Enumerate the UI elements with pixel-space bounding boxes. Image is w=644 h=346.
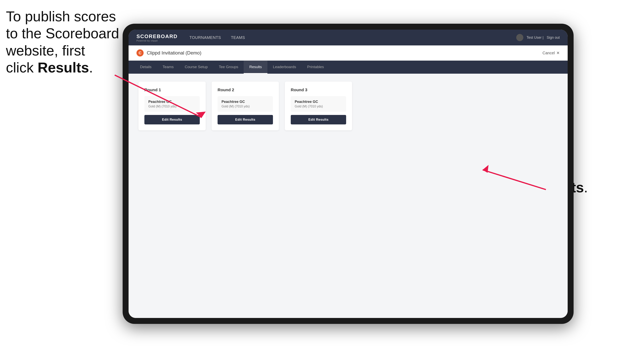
tab-teams[interactable]: Teams — [157, 61, 179, 74]
tablet: SCOREBOARD Powered by clippd TOURNAMENTS… — [123, 24, 574, 324]
tab-course-setup[interactable]: Course Setup — [179, 61, 213, 74]
edit-results-button-2[interactable]: Edit Results — [218, 115, 273, 124]
tournament-icon: C — [136, 49, 144, 56]
round-2-course-card: Peachtree GC Gold (M) (7010 yds) — [218, 96, 273, 112]
round-3-course-name: Peachtree GC — [295, 100, 342, 104]
tab-bar: Details Teams Course Setup Tee Groups Re… — [128, 61, 568, 74]
cancel-icon: ✕ — [556, 51, 560, 55]
round-3-course-card: Peachtree GC Gold (M) (7010 yds) — [291, 96, 346, 112]
sign-out-link[interactable]: Sign out — [547, 35, 560, 40]
nav-user-text: Test User | — [526, 35, 544, 40]
round-2-card: Round 2 Peachtree GC Gold (M) (7010 yds)… — [212, 82, 279, 130]
instruction-results-bold: Results — [38, 60, 89, 75]
logo: SCOREBOARD Powered by clippd — [136, 33, 178, 42]
nav-teams[interactable]: TEAMS — [231, 35, 245, 40]
round-3-course-details: Gold (M) (7010 yds) — [295, 105, 342, 108]
tab-tee-groups[interactable]: Tee Groups — [213, 61, 244, 74]
instruction-left: To publish scores to the Scoreboard webs… — [6, 8, 121, 76]
edit-results-button-1[interactable]: Edit Results — [144, 115, 200, 124]
round-2-course-details: Gold (M) (7010 yds) — [222, 105, 269, 108]
edit-results-button-3[interactable]: Edit Results — [291, 115, 346, 124]
round-1-course-card: Peachtree GC Gold (M) (7010 yds) — [144, 96, 200, 112]
logo-sub: Powered by clippd — [136, 39, 178, 42]
logo-main: SCOREBOARD — [136, 33, 178, 39]
tab-results[interactable]: Results — [244, 61, 267, 74]
round-2-title: Round 2 — [218, 87, 273, 92]
navbar: SCOREBOARD Powered by clippd TOURNAMENTS… — [128, 30, 568, 45]
nav-links: TOURNAMENTS TEAMS — [190, 35, 516, 40]
instruction-line2: to the Scoreboard — [6, 25, 119, 41]
tournament-name: Clippd Invitational (Demo) — [147, 50, 201, 56]
nav-right: Test User | Sign out — [516, 34, 560, 41]
tab-printables[interactable]: Printables — [302, 61, 330, 74]
instruction-right-suffix: . — [584, 179, 588, 195]
round-3-card: Round 3 Peachtree GC Gold (M) (7010 yds)… — [285, 82, 352, 130]
tab-leaderboards[interactable]: Leaderboards — [268, 61, 302, 74]
round-1-title: Round 1 — [144, 87, 200, 92]
round-1-course-details: Gold (M) (7010 yds) — [148, 105, 196, 108]
round-3-title: Round 3 — [291, 87, 346, 92]
instruction-line4-suffix: . — [89, 60, 93, 75]
instruction-line4-prefix: click — [6, 60, 38, 75]
instruction-line3: website, first — [6, 43, 85, 58]
round-1-card: Round 1 Peachtree GC Gold (M) (7010 yds)… — [138, 82, 206, 130]
cancel-button[interactable]: Cancel ✕ — [542, 51, 560, 55]
round-2-course-name: Peachtree GC — [222, 100, 269, 104]
rounds-grid: Round 1 Peachtree GC Gold (M) (7010 yds)… — [138, 82, 558, 130]
tab-details[interactable]: Details — [134, 61, 157, 74]
main-content: Round 1 Peachtree GC Gold (M) (7010 yds)… — [128, 74, 568, 318]
instruction-line1: To publish scores — [6, 8, 116, 24]
round-1-course-name: Peachtree GC — [148, 100, 196, 104]
tournament-title-area: C Clippd Invitational (Demo) — [136, 49, 201, 56]
nav-tournaments[interactable]: TOURNAMENTS — [190, 35, 221, 40]
cancel-label: Cancel — [542, 51, 555, 55]
user-avatar — [516, 34, 523, 41]
tournament-header: C Clippd Invitational (Demo) Cancel ✕ — [128, 45, 568, 61]
tablet-screen: SCOREBOARD Powered by clippd TOURNAMENTS… — [128, 30, 568, 318]
